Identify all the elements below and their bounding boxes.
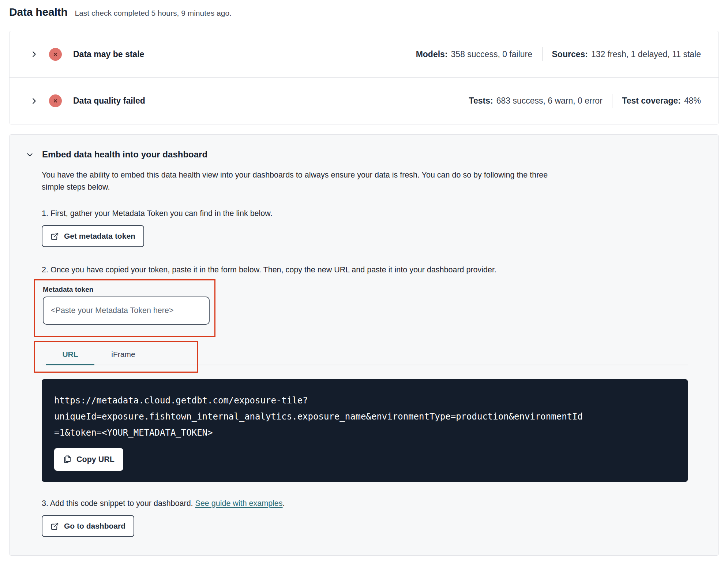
metadata-token-label: Metadata token bbox=[43, 286, 210, 294]
code-line: uniqueId=exposure.fishtown_internal_anal… bbox=[54, 409, 675, 425]
tabs-bar: URL iFrame bbox=[42, 342, 688, 365]
last-check-text: Last check completed 5 hours, 9 minutes … bbox=[75, 9, 232, 18]
embed-section-body: You have the ability to embed this data … bbox=[42, 169, 702, 537]
external-link-icon bbox=[50, 232, 59, 241]
stat-divider bbox=[612, 94, 613, 108]
embed-url-code-block: https://metadata.cloud.getdbt.com/exposu… bbox=[42, 379, 688, 482]
embed-section-header[interactable]: Embed data health into your dashboard bbox=[26, 149, 702, 160]
chevron-right-icon[interactable] bbox=[30, 50, 38, 58]
tab-iframe[interactable]: iFrame bbox=[98, 342, 149, 365]
code-line: =1&token=<YOUR_METADATA_TOKEN> bbox=[54, 425, 675, 441]
embed-section-title: Embed data health into your dashboard bbox=[42, 149, 207, 160]
page-header: Data health Last check completed 5 hours… bbox=[0, 0, 728, 18]
output-tabs: URL iFrame bbox=[42, 342, 688, 365]
copy-icon bbox=[63, 455, 72, 464]
error-status-icon bbox=[49, 94, 62, 107]
chevron-right-icon[interactable] bbox=[30, 97, 38, 105]
status-row-stats: Models:358 success, 0 failure Sources:13… bbox=[416, 47, 701, 61]
error-status-icon bbox=[49, 48, 62, 61]
get-metadata-token-button[interactable]: Get metadata token bbox=[42, 225, 144, 247]
status-row-stale[interactable]: Data may be stale Models:358 success, 0 … bbox=[10, 31, 718, 78]
see-guide-link[interactable]: See guide with examples bbox=[195, 499, 283, 508]
annotation-highlight-token: Metadata token bbox=[34, 279, 215, 337]
go-to-dashboard-label: Go to dashboard bbox=[64, 522, 125, 530]
external-link-icon bbox=[50, 522, 59, 530]
stat-sources: Sources:132 fresh, 1 delayed, 11 stale bbox=[552, 49, 701, 59]
get-metadata-token-label: Get metadata token bbox=[64, 232, 135, 241]
status-row-title: Data quality failed bbox=[73, 96, 145, 106]
page-title: Data health bbox=[9, 6, 68, 18]
stat-models: Models:358 success, 0 failure bbox=[416, 49, 532, 59]
chevron-down-icon[interactable] bbox=[26, 151, 34, 159]
status-row-stats: Tests:683 success, 6 warn, 0 error Test … bbox=[469, 94, 701, 108]
stat-tests: Tests:683 success, 6 warn, 0 error bbox=[469, 96, 603, 106]
status-row-title: Data may be stale bbox=[73, 49, 144, 59]
metadata-token-input[interactable] bbox=[43, 297, 210, 325]
copy-url-button[interactable]: Copy URL bbox=[54, 448, 123, 471]
step-3-text: 3. Add this code snippet to your dashboa… bbox=[42, 499, 702, 508]
step-1-text: 1. First, gather your Metadata Token you… bbox=[42, 209, 702, 219]
status-row-quality[interactable]: Data quality failed Tests:683 success, 6… bbox=[10, 78, 718, 124]
embed-description: You have the ability to embed this data … bbox=[42, 169, 570, 193]
tab-url[interactable]: URL bbox=[46, 342, 94, 365]
status-card: Data may be stale Models:358 success, 0 … bbox=[9, 31, 719, 124]
code-line: https://metadata.cloud.getdbt.com/exposu… bbox=[54, 392, 675, 409]
embed-section: Embed data health into your dashboard Yo… bbox=[9, 134, 719, 556]
stat-divider bbox=[542, 47, 543, 61]
copy-url-label: Copy URL bbox=[76, 455, 115, 464]
step-2-text: 2. Once you have copied your token, past… bbox=[42, 265, 702, 275]
stat-coverage: Test coverage:48% bbox=[622, 96, 701, 106]
go-to-dashboard-button[interactable]: Go to dashboard bbox=[42, 515, 134, 537]
